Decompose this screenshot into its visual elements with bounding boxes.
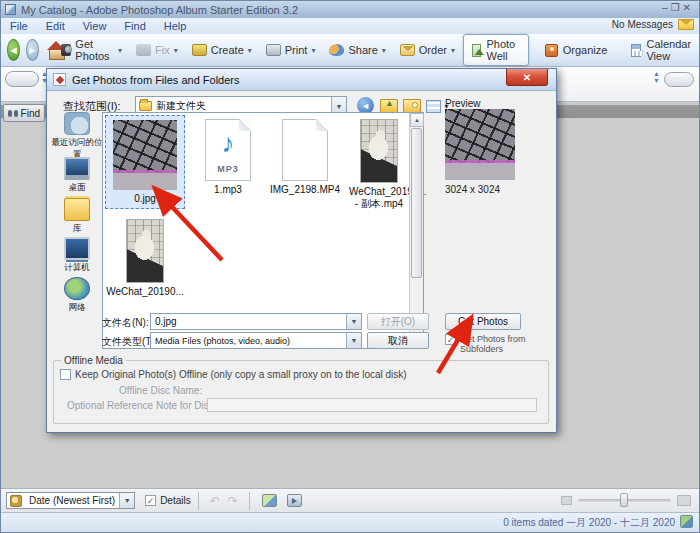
- order-label: Order: [419, 44, 447, 56]
- photo-well-view-button[interactable]: Photo Well: [463, 34, 529, 66]
- item-count-icon: [680, 515, 693, 528]
- organize-view-button[interactable]: Organize: [537, 41, 616, 60]
- up-one-level-icon[interactable]: [380, 99, 398, 113]
- file-item-1mp3[interactable]: ♪ MP3 1.mp3: [193, 115, 263, 209]
- window-titlebar: My Catalog - Adobe Photoshop Album Start…: [1, 1, 700, 18]
- printer-icon: [266, 44, 281, 56]
- forward-button[interactable]: ►: [26, 39, 39, 61]
- calendar-icon: [631, 44, 641, 57]
- photo-well-label: Photo Well: [486, 38, 519, 62]
- preview-thumbnail: [445, 109, 515, 180]
- chevron-down-icon[interactable]: ▼: [119, 493, 134, 508]
- order-icon: [400, 44, 415, 56]
- minimize-button[interactable]: –: [662, 2, 671, 13]
- get-photos-toolbar-button[interactable]: Get Photos▾: [61, 38, 122, 62]
- new-folder-icon[interactable]: [403, 99, 421, 113]
- get-photos-button[interactable]: Get Photos: [445, 313, 521, 330]
- preview-dimensions: 3024 x 3024: [445, 184, 500, 195]
- dog-video-thumbnail: [360, 119, 398, 183]
- thumbnail-size-slider[interactable]: [561, 493, 691, 508]
- video-file-icon: [282, 119, 328, 181]
- chevron-down-icon: ▼: [351, 318, 358, 325]
- maximize-button[interactable]: ❐: [671, 2, 683, 13]
- camera-icon: [61, 44, 72, 56]
- zoom-out-icon[interactable]: [561, 496, 572, 505]
- slider-thumb[interactable]: [620, 493, 628, 507]
- place-libraries[interactable]: 库: [49, 198, 105, 235]
- zoom-in-icon[interactable]: [677, 495, 691, 506]
- slideshow-icon[interactable]: [287, 494, 302, 507]
- menu-bar: File Edit View Find Help: [1, 18, 700, 34]
- back-button[interactable]: ◄: [7, 39, 20, 61]
- timeline-right-arrows[interactable]: ▲▼: [653, 70, 660, 84]
- organize-label: Organize: [563, 44, 608, 56]
- sort-order-value: Date (Newest First): [25, 495, 119, 506]
- keep-offline-checkbox[interactable]: Keep Original Photo(s) Offline (only cop…: [60, 369, 407, 380]
- look-in-value: 新建文件夹: [152, 99, 331, 113]
- file-item-0jpg[interactable]: 0.jpg: [105, 115, 185, 209]
- timeline-left-handle[interactable]: [5, 71, 39, 87]
- separator: [249, 492, 250, 510]
- chevron-down-icon[interactable]: ▼: [346, 333, 361, 348]
- create-toolbar-button[interactable]: Create▾: [192, 44, 252, 56]
- find-label: Find: [21, 108, 40, 119]
- print-toolbar-button[interactable]: Print▾: [266, 44, 316, 56]
- dialog-title: Get Photos from Files and Folders: [72, 74, 240, 86]
- slider-track[interactable]: [578, 499, 671, 502]
- dropdown-arrow-icon: ▾: [311, 46, 315, 55]
- order-toolbar-button[interactable]: Order▾: [400, 44, 455, 56]
- dropdown-arrow-icon: ▾: [248, 46, 252, 55]
- offline-media-label: Offline Media: [61, 355, 126, 366]
- file-name-combobox[interactable]: 0.jpg ▼: [150, 313, 362, 330]
- get-photos-label: Get Photos: [75, 38, 114, 62]
- dialog-titlebar: Get Photos from Files and Folders: [47, 69, 556, 91]
- file-type-combobox[interactable]: Media Files (photos, video, audio) ▼: [150, 332, 362, 349]
- scrollbar-thumb[interactable]: [411, 128, 422, 278]
- sort-order-combobox[interactable]: Date (Newest First) ▼: [6, 492, 135, 509]
- envelope-icon[interactable]: [678, 19, 694, 30]
- file-item-wechat[interactable]: WeChat_20190...: [105, 215, 185, 307]
- no-messages-label: No Messages: [612, 19, 673, 30]
- details-checkbox[interactable]: ✓ Details: [145, 495, 191, 506]
- menu-find[interactable]: Find: [115, 20, 154, 32]
- open-button: 打开(O): [367, 313, 429, 330]
- checked-checkbox-icon[interactable]: ✓: [145, 495, 156, 506]
- fix-icon: [136, 44, 151, 56]
- timeline-right-handle[interactable]: [664, 72, 694, 87]
- place-desktop[interactable]: 桌面: [49, 157, 105, 194]
- combo-dropdown-button[interactable]: ▼: [346, 314, 361, 329]
- menu-view[interactable]: View: [74, 20, 116, 32]
- forward-icon: ►: [27, 44, 38, 56]
- place-recent[interactable]: 最近访问的位置: [49, 112, 105, 161]
- menu-file[interactable]: File: [1, 20, 37, 32]
- close-icon: ✕: [523, 72, 531, 83]
- find-bar-button[interactable]: Find: [3, 104, 45, 122]
- place-network[interactable]: 网络: [49, 277, 105, 314]
- place-computer[interactable]: 计算机: [49, 237, 105, 274]
- libraries-icon: [64, 198, 90, 221]
- unchecked-checkbox-icon[interactable]: [60, 369, 71, 380]
- show-properties-icon[interactable]: [262, 494, 277, 507]
- dialog-close-button[interactable]: ✕: [506, 69, 548, 86]
- file-item-img2198[interactable]: IMG_2198.MP4: [263, 115, 347, 209]
- file-item-wechat-copy[interactable]: WeChat_20190... - 副本.mp4: [349, 115, 409, 220]
- menu-edit[interactable]: Edit: [37, 20, 74, 32]
- share-label: Share: [348, 44, 377, 56]
- cancel-button[interactable]: 取消: [367, 332, 429, 349]
- calendar-view-label: Calendar View: [646, 38, 694, 62]
- menu-help[interactable]: Help: [155, 20, 196, 32]
- status-text: 0 items dated 一月 2020 - 十二月 2020: [503, 516, 675, 530]
- app-icon: [5, 4, 16, 15]
- scroll-up-icon[interactable]: ▲: [410, 113, 424, 127]
- share-toolbar-button[interactable]: Share▾: [329, 44, 385, 56]
- checked-checkbox-icon[interactable]: ✓: [445, 334, 456, 345]
- binoculars-icon: [8, 110, 18, 117]
- subfolders-checkbox[interactable]: ✓ Get Photos from Subfolders: [445, 334, 557, 354]
- close-button[interactable]: ✕: [683, 2, 694, 13]
- dropdown-arrow-icon: ▾: [451, 46, 455, 55]
- main-toolbar: ◄ ► Get Photos▾ Fix▾ Create▾ Print▾ Shar…: [1, 34, 700, 67]
- sort-date-icon: [10, 495, 22, 507]
- create-icon: [192, 44, 207, 56]
- mp3-badge: MP3: [206, 164, 250, 174]
- calendar-view-button[interactable]: Calendar View: [623, 35, 700, 65]
